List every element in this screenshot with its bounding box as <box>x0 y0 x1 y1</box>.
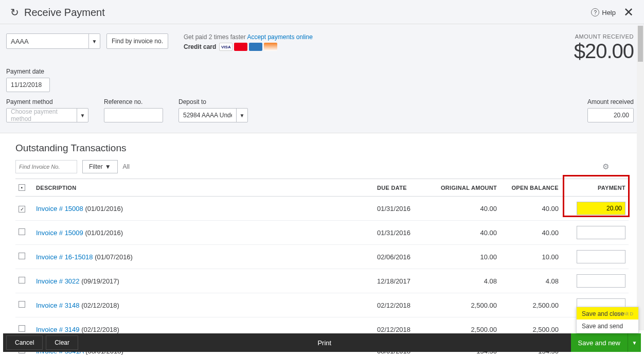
invoice-date: (01/01/2016) <box>83 205 123 212</box>
invoice-link[interactable]: Invoice # 16-15018 <box>36 253 93 261</box>
due-date-cell: 01/31/2016 <box>374 221 431 245</box>
gear-icon[interactable]: ⚙ <box>602 162 609 171</box>
receive-payment-icon: ↻ <box>10 6 19 19</box>
original-amount-cell: 4.08 <box>431 269 500 293</box>
due-date-cell: 12/18/2017 <box>374 269 431 293</box>
discover-icon <box>264 43 277 51</box>
chevron-down-icon[interactable]: ▼ <box>77 109 88 122</box>
amount-received-value: $20.00 <box>574 40 634 63</box>
chevron-down-icon[interactable]: ▼ <box>88 34 100 48</box>
credit-card-label: Credit card <box>184 43 216 50</box>
row-checkbox[interactable] <box>19 277 25 283</box>
reference-no-input[interactable] <box>104 108 163 122</box>
customer-value: AAAA <box>11 38 29 45</box>
save-and-send-option[interactable]: Save and send <box>577 319 638 333</box>
payment-input[interactable] <box>577 250 625 263</box>
save-and-close-option[interactable]: Save and close Ctrl Alt D <box>577 307 638 319</box>
due-date-cell: 01/31/2016 <box>374 197 431 221</box>
checkbox-icon[interactable]: ▪ <box>19 184 25 191</box>
amex-icon <box>249 43 262 51</box>
table-row: Invoice # 15008 (01/01/2016)01/31/201640… <box>15 197 629 221</box>
amount-received-input[interactable] <box>587 108 634 122</box>
save-dropdown-menu: Save and close Ctrl Alt D Save and send <box>576 307 639 333</box>
save-and-new-button[interactable]: Save and new ▼ <box>571 333 641 352</box>
payment-input[interactable] <box>577 226 625 239</box>
page-title: Receive Payment <box>24 7 591 19</box>
customer-select[interactable]: AAAA ▼ <box>6 33 100 49</box>
filter-button[interactable]: Filter ▼ <box>82 160 118 173</box>
invoice-link[interactable]: Invoice # 3022 <box>36 277 80 285</box>
row-checkbox[interactable] <box>19 301 25 308</box>
cancel-label: Cancel <box>15 339 34 346</box>
invoice-date: (09/19/2017) <box>80 277 119 285</box>
clear-label: Clear <box>55 339 69 346</box>
open-balance-cell: 4.08 <box>500 269 562 293</box>
save-and-close-hint: Ctrl Alt D <box>615 311 633 316</box>
payment-method-label: Payment method <box>6 98 88 105</box>
original-amount-cell: 40.00 <box>431 197 500 221</box>
accept-payments-link[interactable]: Accept payments online <box>247 33 312 41</box>
payment-date-input[interactable] <box>6 78 50 92</box>
invoice-link[interactable]: Invoice # 3148 <box>36 301 80 309</box>
deposit-to-value: 52984 AAAA Undeposit <box>183 112 232 119</box>
invoice-date: (01/07/2016) <box>93 253 133 261</box>
row-checkbox[interactable] <box>19 325 25 332</box>
clear-button[interactable]: Clear <box>46 335 78 350</box>
open-balance-cell: 10.00 <box>500 245 562 269</box>
table-row: Invoice # 3022 (09/19/2017)12/18/20174.0… <box>15 269 629 293</box>
original-amount-cell: 2,500.00 <box>431 293 500 317</box>
col-description: DESCRIPTION <box>33 179 374 197</box>
col-original-amount: ORIGINAL AMOUNT <box>431 179 500 197</box>
chevron-down-icon: ▼ <box>105 163 111 170</box>
invoice-link[interactable]: Invoice # 15008 <box>36 205 83 212</box>
scrollbar[interactable] <box>637 26 644 330</box>
deposit-to-label: Deposit to <box>178 98 248 105</box>
payment-date-label: Payment date <box>6 68 634 75</box>
select-all-header[interactable]: ▪ <box>15 179 33 197</box>
help-link[interactable]: ? Help <box>591 8 616 16</box>
col-payment: PAYMENT <box>562 179 629 197</box>
print-link[interactable]: Print <box>78 339 571 347</box>
table-row: Invoice # 3148 (02/12/2018)02/12/20182,5… <box>15 293 629 317</box>
due-date-cell: 02/12/2018 <box>374 293 431 317</box>
find-by-invoice-label: Find by invoice no. <box>112 38 163 45</box>
get-paid-text: Get paid 2 times faster <box>184 33 246 41</box>
due-date-cell: 02/06/2016 <box>374 245 431 269</box>
save-and-new-label: Save and new <box>571 333 628 352</box>
filter-all-label: All <box>123 163 130 170</box>
find-invoice-input[interactable] <box>15 160 77 173</box>
payment-method-select[interactable]: Choose payment method ▼ <box>6 108 88 122</box>
amount-received-field-label: Amount received <box>587 98 634 105</box>
original-amount-cell: 40.00 <box>431 221 500 245</box>
row-checkbox[interactable] <box>19 253 25 259</box>
invoice-link[interactable]: Invoice # 3149 <box>36 326 80 333</box>
payment-input[interactable] <box>577 274 625 288</box>
payment-input[interactable] <box>577 202 625 215</box>
invoice-date: (02/12/2018) <box>80 301 119 309</box>
row-checkbox[interactable] <box>19 228 25 235</box>
help-icon: ? <box>591 8 599 16</box>
filter-label: Filter <box>89 163 103 170</box>
cancel-button[interactable]: Cancel <box>6 335 43 350</box>
payment-method-placeholder: Choose payment method <box>11 108 73 122</box>
amount-received-label: AMOUNT RECEIVED <box>574 33 634 40</box>
col-due-date: DUE DATE <box>374 179 431 197</box>
mastercard-icon <box>234 43 247 51</box>
save-and-send-label: Save and send <box>582 323 633 330</box>
open-balance-cell: 2,500.00 <box>500 293 562 317</box>
invoice-date: (02/12/2018) <box>80 326 119 333</box>
invoice-date: (01/01/2016) <box>83 229 123 237</box>
row-checkbox[interactable] <box>19 206 25 212</box>
deposit-to-select[interactable]: 52984 AAAA Undeposit ▼ <box>178 108 248 122</box>
close-button[interactable]: ✕ <box>623 5 634 20</box>
scrollbar-thumb[interactable] <box>638 26 643 62</box>
reference-no-label: Reference no. <box>104 98 163 105</box>
save-dropdown-toggle[interactable]: ▼ <box>628 333 641 352</box>
col-open-balance: OPEN BALANCE <box>500 179 562 197</box>
open-balance-cell: 40.00 <box>500 221 562 245</box>
print-label: Print <box>317 339 331 347</box>
help-label: Help <box>602 9 616 16</box>
chevron-down-icon[interactable]: ▼ <box>236 109 247 122</box>
find-by-invoice-button[interactable]: Find by invoice no. <box>106 33 168 49</box>
invoice-link[interactable]: Invoice # 15009 <box>36 229 83 237</box>
